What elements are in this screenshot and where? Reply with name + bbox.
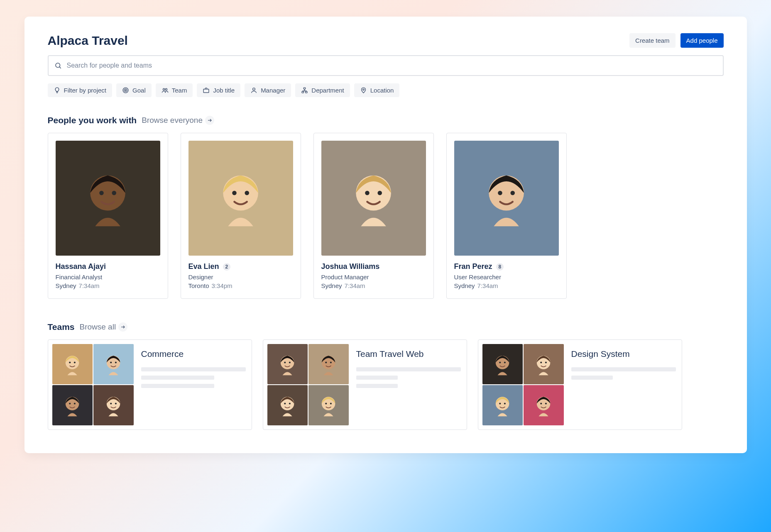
svg-point-43 [325,361,327,363]
skeleton-line [356,384,398,388]
svg-point-3 [124,89,127,92]
briefcase-icon [203,87,210,94]
people-section-head: People you work with Browse everyone [48,115,724,125]
avatar-face [60,352,84,376]
person-role: Financial Analyst [56,273,160,281]
person-location-row: Sydney7:34am [321,282,426,289]
person-card[interactable]: Eva Lien 2 Designer Toronto3:34pm [181,133,301,299]
person-name: Eva Lien [188,262,219,271]
add-people-button[interactable]: Add people [680,33,724,48]
filter-chip-goal[interactable]: Goal [116,83,152,97]
svg-point-50 [330,403,332,404]
skeleton-line [356,367,461,371]
svg-point-59 [504,403,506,404]
person-local-time: 7:34am [79,282,100,289]
svg-point-55 [540,361,542,363]
svg-point-29 [74,361,76,363]
team-body: Commerce [141,344,246,425]
skeleton-line [141,384,214,388]
svg-rect-9 [304,88,306,89]
person-name: Fran Perez [454,262,492,271]
svg-point-28 [69,361,71,363]
person-location-row: Sydney7:34am [56,282,160,289]
filter-chip-project[interactable]: Filter by project [48,83,113,97]
avatar-face [531,352,556,376]
browse-all-label: Browse all [79,322,116,332]
person-location: Sydney [321,282,342,289]
team-body: Team Travel Web [356,344,461,425]
arrow-right-icon [118,322,127,332]
page-title: Alpaca Travel [48,34,128,48]
team-avatar-grid [52,344,134,425]
filter-chip-label: Job title [213,87,235,94]
team-name: Team Travel Web [356,349,461,359]
filter-chip-label: Goal [132,87,146,94]
svg-point-18 [232,191,237,195]
avatar-face [60,393,84,417]
team-member-avatar [267,385,308,425]
team-member-avatar [524,385,564,425]
people-card-row: Hassana Ajayi Financial Analyst Sydney7:… [48,133,724,299]
filter-chip-label: Department [311,87,344,94]
team-card-row: Commerce Team Travel Web [48,339,724,430]
filter-chip-location[interactable]: Location [354,83,400,97]
svg-point-24 [498,191,502,195]
svg-point-31 [110,361,112,363]
filter-chip-department[interactable]: Department [295,83,350,97]
svg-point-15 [99,191,104,195]
svg-point-56 [545,361,547,363]
team-card[interactable]: Commerce [48,339,252,430]
team-body: Design System [571,344,676,425]
person-card[interactable]: Joshua Williams Product Manager Sydney7:… [313,133,434,299]
team-member-avatar [482,344,523,384]
svg-point-40 [284,361,286,363]
person-badge: 8 [496,263,504,271]
avatar-face [475,164,538,232]
svg-point-21 [365,191,370,195]
avatar-face [316,393,340,417]
create-team-button[interactable]: Create team [629,33,676,48]
avatar-face [275,352,299,376]
person-name-row: Hassana Ajayi [56,262,160,271]
team-avatar-grid [267,344,349,425]
avatar-face [101,352,125,376]
browse-all-teams-link[interactable]: Browse all [79,322,127,332]
browse-everyone-link[interactable]: Browse everyone [142,116,214,125]
svg-point-6 [165,88,167,90]
filter-chip-label: Team [172,87,187,94]
person-location-row: Toronto3:34pm [188,282,293,289]
person-name: Hassana Ajayi [56,262,106,271]
people-section-title: People you work with [48,115,137,125]
teams-section-title: Teams [48,322,75,332]
filter-chip-job_title[interactable]: Job title [197,83,240,97]
team-member-avatar [52,385,93,425]
search-box[interactable] [48,55,724,76]
person-avatar [454,141,559,256]
team-card[interactable]: Design System [478,339,682,430]
person-role: Designer [188,273,293,281]
svg-point-52 [499,361,501,363]
svg-point-37 [110,403,112,404]
person-location: Toronto [188,282,209,289]
person-card[interactable]: Hassana Ajayi Financial Analyst Sydney7:… [48,133,168,299]
person-location-row: Sydney7:34am [454,282,559,289]
avatar-face [76,164,139,232]
team-member-avatar [267,344,308,384]
person-name: Joshua Williams [321,262,380,271]
filter-chip-row: Filter by projectGoalTeamJob titleManage… [48,83,724,97]
svg-point-53 [504,361,506,363]
svg-point-16 [112,191,116,195]
svg-point-32 [115,361,117,363]
avatar-face [101,393,125,417]
person-location: Sydney [56,282,76,289]
team-member-avatar [524,344,564,384]
search-input[interactable] [67,62,717,69]
filter-chip-team[interactable]: Team [156,83,193,97]
people-icon [162,87,169,94]
person-card[interactable]: Fran Perez 8 User Researcher Sydney7:34a… [446,133,567,299]
filter-chip-manager[interactable]: Manager [245,83,291,97]
svg-point-46 [284,403,286,404]
svg-point-61 [540,403,542,404]
team-card[interactable]: Team Travel Web [263,339,467,430]
filter-chip-label: Location [370,87,394,94]
